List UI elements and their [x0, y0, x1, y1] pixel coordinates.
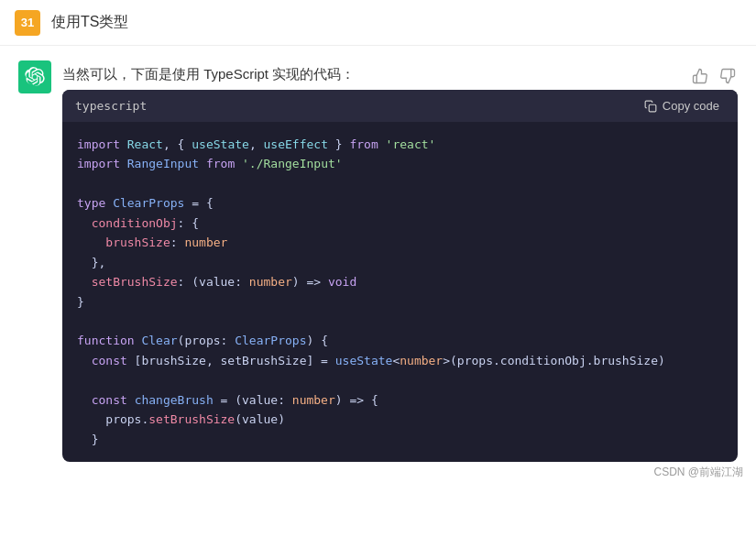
chat-actions — [690, 60, 738, 86]
copy-code-button[interactable]: Copy code — [639, 97, 725, 115]
header-number: 31 — [15, 10, 40, 36]
main-content: 当然可以，下面是使用 TypeScript 实现的代码： — [0, 46, 756, 489]
copy-code-label: Copy code — [663, 99, 719, 113]
code-header: typescript Copy code — [62, 90, 738, 122]
code-body: import React, { useState, useEffect } fr… — [62, 122, 738, 462]
chatgpt-avatar — [18, 60, 51, 93]
header-title: 使用TS类型 — [51, 13, 128, 32]
thumbdown-button[interactable] — [718, 66, 738, 86]
header-bar: 31 使用TS类型 — [0, 0, 756, 46]
code-language-label: typescript — [75, 99, 147, 113]
svg-rect-0 — [649, 104, 656, 112]
chat-message-area: 当然可以，下面是使用 TypeScript 实现的代码： — [62, 60, 738, 462]
code-block: typescript Copy code import React, { use… — [62, 90, 738, 462]
chat-row: 当然可以，下面是使用 TypeScript 实现的代码： — [18, 60, 738, 462]
chat-intro-text: 当然可以，下面是使用 TypeScript 实现的代码： — [62, 60, 690, 83]
thumbup-button[interactable] — [690, 66, 710, 86]
watermark: CSDN @前端江湖 — [653, 465, 743, 480]
